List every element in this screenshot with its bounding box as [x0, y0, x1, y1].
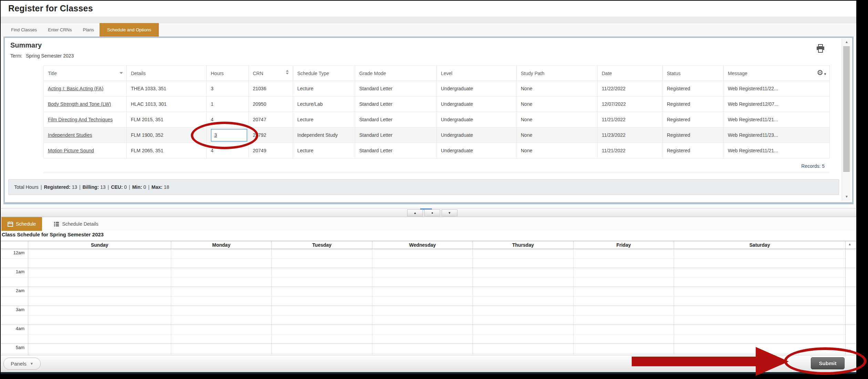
calendar-scroll-up-icon[interactable]: ▲: [848, 242, 851, 246]
calendar-cell-monday[interactable]: [171, 249, 272, 268]
calendar-cell-wednesday[interactable]: [372, 325, 473, 344]
calendar-cell-monday[interactable]: [171, 287, 272, 306]
calendar-cell-saturday[interactable]: [674, 306, 846, 325]
hours-input[interactable]: 3: [211, 129, 247, 142]
calendar-cell-wednesday[interactable]: [372, 306, 473, 325]
calendar-cell-tuesday[interactable]: [272, 287, 372, 306]
calendar-cell-thursday[interactable]: [473, 306, 574, 325]
course-title-link[interactable]: Film Directing And Techniques: [48, 117, 113, 122]
course-title-link[interactable]: Acting I: Basic Acting (FA): [48, 86, 103, 91]
status-cell: Registered: [663, 81, 724, 96]
calendar-cell-friday[interactable]: [574, 249, 674, 268]
calendar-cell-tuesday[interactable]: [272, 306, 372, 325]
calendar-cell-monday[interactable]: [171, 306, 272, 325]
hours-value: 1: [211, 101, 214, 107]
calendar-cell-tuesday[interactable]: [272, 249, 372, 268]
column-header-details[interactable]: Details: [127, 66, 207, 81]
calendar-cell-tuesday[interactable]: [272, 344, 372, 355]
calendar-scroll-down-icon[interactable]: ▼: [848, 349, 851, 352]
tab-plans[interactable]: Plans: [78, 23, 100, 37]
column-header-schedule-type[interactable]: Schedule Type: [293, 66, 355, 81]
calendar-cell-saturday[interactable]: [674, 325, 846, 344]
calendar-cell-friday[interactable]: [574, 287, 674, 306]
print-icon[interactable]: [816, 44, 825, 54]
date-cell: 11/21/2022: [598, 143, 663, 158]
register-for-classes-app: Register for Classes Find Classes Enter …: [1, 1, 856, 374]
calendar-cell-wednesday[interactable]: [372, 249, 473, 268]
grade-mode-cell: Standard Letter: [355, 112, 437, 127]
day-header-monday: Monday: [171, 241, 272, 249]
calendar-cell-saturday[interactable]: [674, 268, 846, 287]
message-cell: Web Registered11/21...: [724, 112, 830, 127]
calendar-cell-wednesday[interactable]: [372, 268, 473, 287]
tab-schedule-and-options[interactable]: Schedule and Options: [100, 23, 159, 37]
calendar-cell-sunday[interactable]: [28, 325, 171, 344]
table-row[interactable]: Motion Picture Sound FLM 2065, 351 4 4 2…: [44, 143, 830, 158]
calendar-cell-sunday[interactable]: [28, 306, 171, 325]
calendar-cell-monday[interactable]: [171, 344, 272, 355]
column-header-crn[interactable]: CRN: [249, 66, 293, 81]
course-title-link[interactable]: Motion Picture Sound: [48, 148, 94, 153]
calendar-cell-friday[interactable]: [574, 306, 674, 325]
calendar-cell-saturday[interactable]: [674, 344, 846, 355]
scroll-down-icon[interactable]: ▼: [842, 193, 851, 200]
calendar-cell-saturday[interactable]: [674, 249, 846, 268]
table-row[interactable]: Acting I: Basic Acting (FA) THEA 1033, 3…: [44, 81, 830, 96]
calendar-cell-saturday[interactable]: [674, 287, 846, 306]
tab-enter-crns[interactable]: Enter CRNs: [42, 23, 77, 37]
splitter-reset-button[interactable]: ●: [424, 209, 440, 216]
schedule-type-cell: Lecture: [293, 81, 355, 96]
panels-button[interactable]: Panels ▼: [3, 358, 41, 370]
day-header-wednesday: Wednesday: [372, 241, 473, 249]
calendar-cell-tuesday[interactable]: [272, 268, 372, 287]
calendar-cell-monday[interactable]: [171, 268, 272, 287]
summary-scrollbar[interactable]: ▲ ▼: [842, 39, 851, 201]
calendar-cell-monday[interactable]: [171, 325, 272, 344]
calendar-cell-sunday[interactable]: [28, 268, 171, 287]
tab-find-classes[interactable]: Find Classes: [6, 23, 42, 37]
table-row[interactable]: Body Strength and Tone (LW) HLAC 1013, 3…: [44, 96, 830, 112]
calendar-cell-thursday[interactable]: [473, 325, 574, 344]
column-header-message[interactable]: Message ⚙▼: [724, 66, 830, 81]
date-cell: 11/23/2022: [598, 127, 663, 143]
scroll-up-icon[interactable]: ▲: [842, 39, 851, 45]
column-header-hours[interactable]: Hours: [207, 66, 249, 81]
calendar-cell-sunday[interactable]: [28, 249, 171, 268]
submit-button[interactable]: Submit: [811, 357, 845, 369]
calendar-cell-wednesday[interactable]: [372, 287, 473, 306]
calendar-cell-thursday[interactable]: [473, 344, 574, 355]
splitter-expand-down-button[interactable]: ▼: [442, 209, 457, 216]
day-header-tuesday: Tuesday: [272, 241, 372, 249]
calendar-cell-friday[interactable]: [574, 325, 674, 344]
column-header-date[interactable]: Date: [598, 66, 663, 81]
splitter-expand-up-button[interactable]: ▲: [407, 209, 423, 216]
calendar-cell-sunday[interactable]: [28, 287, 171, 306]
calendar-cell-friday[interactable]: [574, 268, 674, 287]
calendar-cell-wednesday[interactable]: [372, 344, 473, 355]
level-cell: Undergraduate: [437, 112, 517, 127]
hour-label: 2am: [1, 287, 28, 306]
course-title-link[interactable]: Body Strength and Tone (LW): [48, 101, 111, 107]
tab-schedule[interactable]: Schedule: [1, 217, 42, 231]
column-header-status[interactable]: Status: [663, 66, 724, 81]
course-title-link[interactable]: Independent Studies: [48, 132, 92, 138]
table-row[interactable]: Film Directing And Techniques FLM 2015, …: [44, 112, 830, 127]
gear-icon[interactable]: ⚙▼: [817, 69, 827, 77]
column-header-title[interactable]: Title: [44, 66, 127, 81]
column-header-study-path[interactable]: Study Path: [517, 66, 598, 81]
table-row[interactable]: Independent Studies FLM 1900, 352 3 3 22…: [44, 127, 830, 143]
panel-splitter[interactable]: ▲ ● ▼: [1, 208, 856, 217]
calendar-cell-friday[interactable]: [574, 344, 674, 355]
sort-icon: [286, 70, 289, 74]
calendar-cell-thursday[interactable]: [473, 268, 574, 287]
calendar-cell-thursday[interactable]: [473, 287, 574, 306]
column-header-grade-mode[interactable]: Grade Mode: [355, 66, 437, 81]
scrollbar-thumb[interactable]: [843, 46, 850, 172]
totals-item: |CEU: 0: [106, 184, 127, 190]
column-header-level[interactable]: Level: [437, 66, 517, 81]
calendar-cell-sunday[interactable]: [28, 344, 171, 355]
calendar-cell-thursday[interactable]: [473, 249, 574, 268]
hour-label: 4am: [1, 325, 28, 344]
tab-schedule-details[interactable]: Schedule Details: [48, 217, 104, 231]
calendar-cell-tuesday[interactable]: [272, 325, 372, 344]
